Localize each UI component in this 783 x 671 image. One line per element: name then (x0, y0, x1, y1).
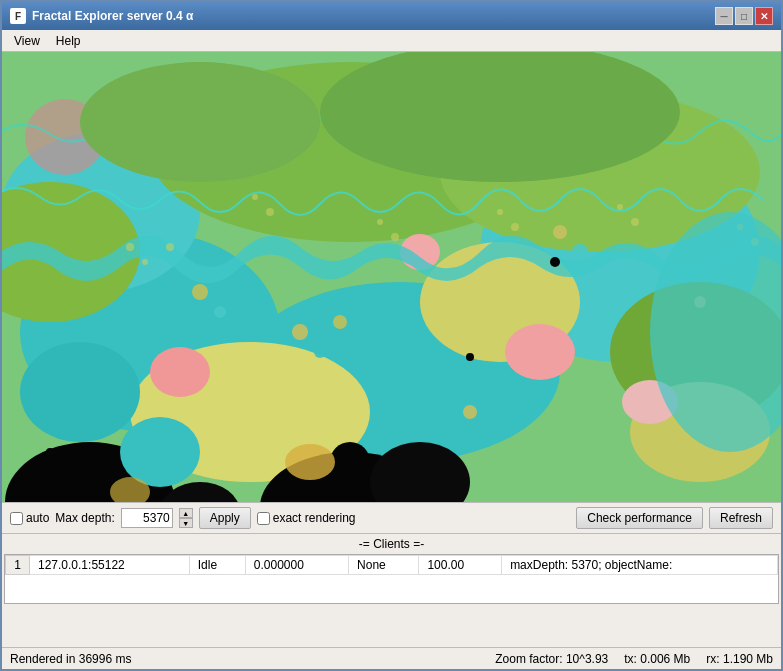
svg-point-44 (497, 209, 503, 215)
svg-point-29 (553, 225, 567, 239)
svg-point-37 (126, 243, 134, 251)
client-num: 1 (6, 556, 30, 575)
svg-point-54 (80, 62, 320, 182)
svg-point-47 (631, 218, 639, 226)
tx-stat: tx: 0.006 Mb (624, 652, 690, 666)
svg-point-27 (192, 284, 208, 300)
client-info: maxDepth: 5370; objectName: (502, 556, 778, 575)
spinner-down[interactable]: ▼ (179, 518, 193, 528)
svg-point-26 (463, 405, 477, 419)
minimize-button[interactable]: ─ (715, 7, 733, 25)
maximize-button[interactable]: □ (735, 7, 753, 25)
clients-area: 1 127.0.0.1:55122 Idle 0.000000 None 100… (4, 554, 779, 604)
zoom-factor: Zoom factor: 10^3.93 (495, 652, 608, 666)
title-bar: F Fractal Explorer server 0.4 α ─ □ ✕ (2, 2, 781, 30)
svg-point-30 (572, 244, 588, 260)
status-right: Zoom factor: 10^3.93 tx: 0.006 Mb rx: 1.… (495, 652, 773, 666)
svg-point-39 (166, 243, 174, 251)
clients-table: 1 127.0.0.1:55122 Idle 0.000000 None 100… (5, 555, 778, 575)
clients-section: -= Clients =- 1 127.0.0.1:55122 Idle 0.0… (2, 534, 781, 606)
client-type: None (349, 556, 419, 575)
main-content: auto Max depth: ▲ ▼ Apply exact renderin… (2, 52, 781, 669)
svg-point-42 (377, 219, 383, 225)
refresh-button[interactable]: Refresh (709, 507, 773, 529)
svg-point-36 (120, 417, 200, 487)
svg-point-23 (314, 346, 326, 358)
app-icon: F (10, 8, 26, 24)
close-button[interactable]: ✕ (755, 7, 773, 25)
check-performance-button[interactable]: Check performance (576, 507, 703, 529)
rendered-status: Rendered in 36996 ms (10, 652, 131, 666)
max-depth-input[interactable] (121, 508, 173, 528)
client-status: Idle (189, 556, 245, 575)
svg-point-12 (150, 347, 210, 397)
svg-point-40 (252, 194, 258, 200)
controls-bar: auto Max depth: ▲ ▼ Apply exact renderin… (2, 502, 781, 534)
svg-point-34 (466, 353, 474, 361)
svg-point-43 (391, 233, 399, 241)
svg-point-32 (550, 257, 560, 267)
auto-checkbox-label[interactable]: auto (10, 511, 49, 525)
svg-point-35 (20, 342, 140, 442)
table-row: 1 127.0.0.1:55122 Idle 0.000000 None 100… (6, 556, 778, 575)
svg-point-41 (266, 208, 274, 216)
client-value2: 100.00 (419, 556, 502, 575)
depth-spinner: ▲ ▼ (179, 508, 193, 528)
exact-rendering-text: exact rendering (273, 511, 356, 525)
svg-point-45 (511, 223, 519, 231)
svg-point-28 (214, 306, 226, 318)
svg-point-38 (142, 259, 148, 265)
status-bar: Rendered in 36996 ms Zoom factor: 10^3.9… (2, 647, 781, 669)
exact-rendering-label[interactable]: exact rendering (257, 511, 356, 525)
fractal-image (2, 52, 781, 502)
menu-help[interactable]: Help (48, 32, 89, 50)
fractal-display[interactable] (2, 52, 781, 502)
svg-point-20 (330, 442, 370, 482)
menu-view[interactable]: View (6, 32, 48, 50)
auto-checkbox[interactable] (10, 512, 23, 525)
spinner-up[interactable]: ▲ (179, 508, 193, 518)
apply-button[interactable]: Apply (199, 507, 251, 529)
exact-rendering-checkbox[interactable] (257, 512, 270, 525)
svg-point-22 (292, 324, 308, 340)
auto-label: auto (26, 511, 49, 525)
window-controls: ─ □ ✕ (715, 7, 773, 25)
main-window: F Fractal Explorer server 0.4 α ─ □ ✕ Vi… (0, 0, 783, 671)
menu-bar: View Help (2, 30, 781, 52)
svg-point-33 (46, 448, 54, 456)
client-value1: 0.000000 (245, 556, 348, 575)
svg-point-13 (505, 324, 575, 380)
svg-point-24 (333, 315, 347, 329)
clients-header: -= Clients =- (2, 534, 781, 554)
svg-point-51 (285, 444, 335, 480)
svg-point-25 (441, 383, 459, 401)
max-depth-label: Max depth: (55, 511, 114, 525)
client-address: 127.0.0.1:55122 (30, 556, 190, 575)
window-title: Fractal Explorer server 0.4 α (32, 9, 193, 23)
rx-stat: rx: 1.190 Mb (706, 652, 773, 666)
svg-point-46 (617, 204, 623, 210)
